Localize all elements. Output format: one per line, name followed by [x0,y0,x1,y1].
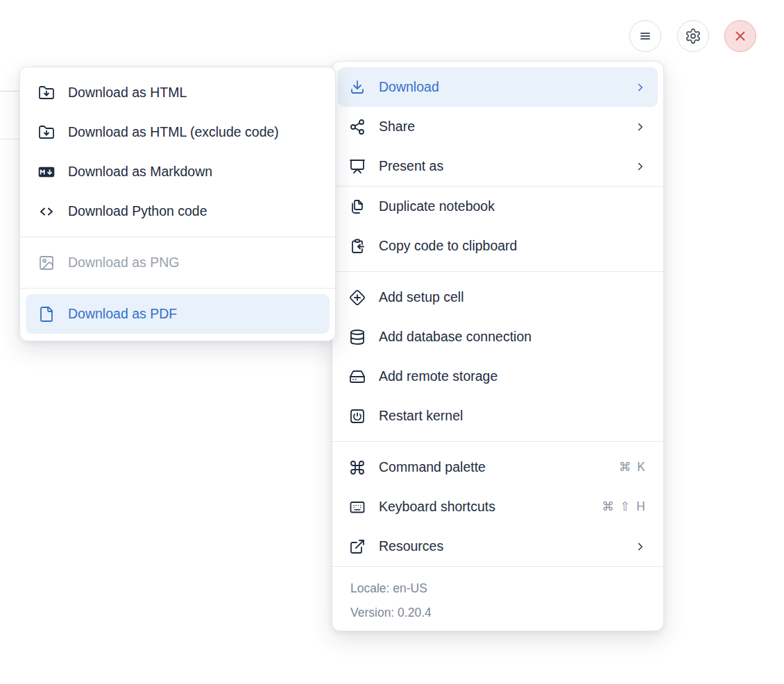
menu-item-label: Share [379,119,621,135]
download-submenu: Download as HTMLDownload as HTML (exclud… [19,67,336,341]
menu-divider [20,288,335,289]
menu-item-label: Download as PNG [68,255,317,271]
version-text: Version: 0.20.4 [350,601,645,625]
notebook-actions-menu: DownloadSharePresent asDuplicate noteboo… [332,61,664,631]
menu-item-label: Present as [379,158,621,174]
menu-item-label: Resources [379,538,621,554]
menu-item-label: Keyboard shortcuts [379,499,588,515]
clipboard-copy-icon [349,238,366,255]
menu-item-download-as-html[interactable]: Download as HTML [20,73,335,112]
hamburger-icon [637,28,654,44]
menu-item-restart-kernel[interactable]: Restart kernel [332,396,663,436]
menu-item-keyboard-shortcuts[interactable]: Keyboard shortcuts⌘ ⇧ H [332,487,663,527]
menu-item-label: Copy code to clipboard [379,238,647,254]
code-icon [38,203,55,220]
presentation-icon [349,158,366,175]
duplicate-icon [349,198,366,215]
menu-item-label: Download [379,79,621,95]
markdown-icon [38,164,55,180]
chevron-right-icon [634,540,647,553]
menu-item-label: Download as PDF [68,306,317,322]
menu-item-share[interactable]: Share [332,107,663,146]
menu-item-add-setup-cell[interactable]: Add setup cell [332,277,663,317]
menu-item-label: Download as HTML (exclude code) [68,124,317,140]
background-edge-line [0,139,19,139]
menu-item-add-remote-storage[interactable]: Add remote storage [332,357,663,396]
menu-item-copy-code-to-clipboard[interactable]: Copy code to clipboard [332,226,663,266]
chevron-right-icon [634,160,647,173]
menu-item-label: Duplicate notebook [379,198,647,214]
notebook-menu-button[interactable] [629,20,661,52]
menu-divider [332,271,663,272]
command-icon [349,459,366,476]
chevron-right-icon [634,121,647,133]
hard-drive-icon [349,368,366,385]
chevron-right-icon [634,81,647,94]
menu-item-download-as-markdown[interactable]: Download as Markdown [20,152,335,191]
menu-item-present-as[interactable]: Present as [332,146,663,186]
gear-icon [685,28,701,44]
share-icon [349,119,366,135]
menu-item-download[interactable]: Download [338,67,658,107]
menu-item-label: Add remote storage [379,368,647,384]
menu-item-label: Add setup cell [379,289,647,305]
diamond-plus-icon [349,289,366,306]
menu-item-label: Download as HTML [68,85,317,101]
close-icon [732,28,749,44]
menu-item-label: Command palette [379,459,606,475]
keyboard-icon [349,499,366,515]
folder-down-icon [38,85,55,101]
download-icon [349,79,366,96]
locale-text: Locale: en-US [350,576,645,601]
menu-divider [332,441,663,442]
shutdown-button[interactable] [724,20,756,52]
menu-item-label: Download Python code [68,203,317,219]
shortcut-hint: ⌘ ⇧ H [602,499,647,514]
menu-item-download-as-pdf[interactable]: Download as PDF [26,294,330,334]
menu-footer: Locale: en-USVersion: 0.20.4 [332,567,663,628]
menu-item-label: Download as Markdown [68,164,317,180]
menu-item-command-palette[interactable]: Command palette⌘ K [332,447,663,487]
app-window: DownloadSharePresent asDuplicate noteboo… [0,0,784,684]
image-icon [38,255,55,271]
power-icon [349,408,366,425]
menu-item-label: Add database connection [379,329,647,345]
external-link-icon [349,538,366,555]
background-edge-line [0,91,19,92]
file-icon [38,306,55,323]
menu-divider [20,237,335,237]
menu-item-download-as-html-exclude-code[interactable]: Download as HTML (exclude code) [20,112,335,152]
menu-item-duplicate-notebook[interactable]: Duplicate notebook [332,187,663,226]
settings-button[interactable] [677,20,709,52]
menu-item-download-as-png: Download as PNG [20,243,335,282]
menu-item-label: Restart kernel [379,408,647,424]
menu-item-resources[interactable]: Resources [332,527,663,566]
shortcut-hint: ⌘ K [619,460,647,474]
menu-item-download-python-code[interactable]: Download Python code [20,191,335,231]
database-icon [349,329,366,345]
menu-item-add-database-connection[interactable]: Add database connection [332,317,663,357]
folder-down-icon [38,124,55,141]
